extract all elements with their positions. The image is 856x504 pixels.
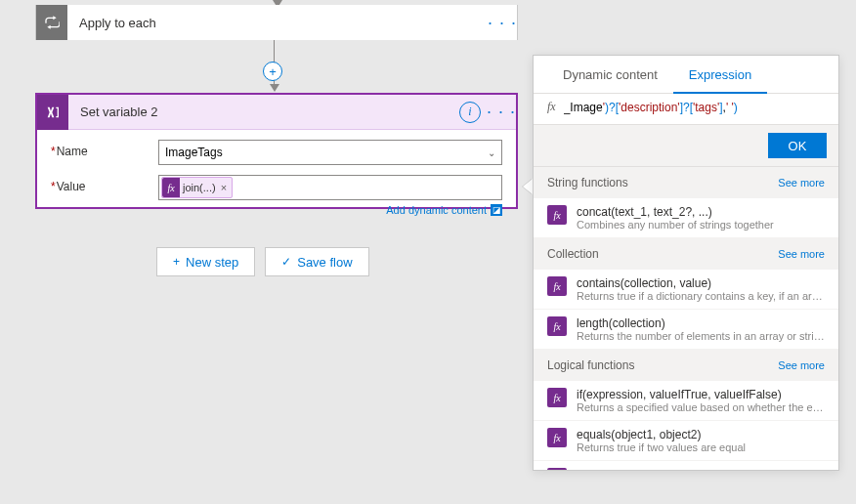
expression-token[interactable]: fx join(...) × (161, 177, 233, 198)
fx-icon: fx (547, 276, 567, 296)
group-title: Collection (547, 247, 599, 261)
function-list[interactable]: String functionsSee morefxconcat(text_1,… (534, 167, 838, 470)
footer-buttons: + New step ✓ Save flow (156, 247, 369, 276)
fx-icon: fx (547, 468, 567, 470)
connector-arrow-mid: + (268, 40, 280, 92)
function-description: Combines any number of strings together (577, 219, 825, 231)
fx-icon: fx (162, 178, 180, 197)
add-action-button[interactable]: + (263, 62, 282, 81)
field-label: *Value (51, 175, 158, 193)
plus-icon: + (173, 255, 180, 269)
check-icon: ✓ (281, 255, 291, 269)
function-group-header: String functionsSee more (534, 167, 838, 198)
function-description: Returns the number of elements in an arr… (577, 330, 825, 342)
fx-icon: fx (547, 205, 567, 225)
function-group-header: CollectionSee more (534, 238, 838, 270)
action-card-apply-to-each[interactable]: Apply to each · · · (35, 5, 518, 40)
remove-token-button[interactable]: × (219, 182, 232, 193)
see-more-link[interactable]: See more (778, 359, 825, 371)
function-item[interactable]: fxlength(collection)Returns the number o… (534, 310, 838, 350)
function-name: length(collection) (577, 316, 825, 330)
function-description: Returns true if a dictionary contains a … (577, 290, 825, 302)
panel-pointer (523, 179, 533, 194)
card-title: Set variable 2 (80, 105, 459, 119)
chevron-down-icon: ⌄ (488, 147, 495, 158)
tab-dynamic-content[interactable]: Dynamic content (547, 56, 673, 93)
function-name: equals(object1, object2) (577, 428, 825, 441)
card-header: Apply to each · · · (36, 5, 517, 40)
function-item[interactable]: fxand(expression1, expression2)Returns t… (534, 461, 838, 470)
ok-button[interactable]: OK (768, 133, 827, 158)
dynamic-badge-icon: ◪ (491, 204, 502, 216)
group-title: Logical functions (547, 358, 634, 372)
card-header: Set variable 2 i · · · (37, 95, 516, 130)
group-title: String functions (547, 176, 628, 189)
see-more-link[interactable]: See more (778, 248, 825, 260)
new-step-button[interactable]: + New step (156, 247, 255, 276)
dynamic-content-panel: Dynamic content Expression fx _Image')?[… (533, 55, 839, 471)
function-group-header: Logical functionsSee more (534, 350, 838, 381)
field-row-name: *Name ImageTags ⌄ (51, 140, 502, 165)
loop-icon (36, 5, 67, 40)
see-more-link[interactable]: See more (778, 177, 825, 189)
token-text: join(...) (180, 182, 219, 193)
action-card-set-variable[interactable]: Set variable 2 i · · · *Name ImageTags ⌄… (35, 93, 518, 209)
panel-tabs: Dynamic content Expression (534, 56, 838, 94)
function-description: Returns a specified value based on wheth… (577, 401, 825, 413)
field-label: *Name (51, 140, 158, 158)
expression-input-row: fx _Image')?['description']?['tags'],' '… (534, 94, 838, 125)
function-item[interactable]: fxif(expression, valueIfTrue, valueIfFal… (534, 381, 838, 421)
function-name: concat(text_1, text_2?, ...) (577, 205, 825, 219)
tab-expression[interactable]: Expression (673, 56, 767, 94)
ok-row: OK (534, 125, 838, 167)
function-item[interactable]: fxconcat(text_1, text_2?, ...)Combines a… (534, 198, 838, 238)
save-flow-button[interactable]: ✓ Save flow (265, 247, 368, 276)
add-dynamic-content-link[interactable]: Add dynamic content ◪ (51, 204, 502, 216)
expression-input[interactable]: _Image')?['description']?['tags'],' ') (564, 101, 825, 114)
name-value: ImageTags (165, 146, 223, 159)
function-item[interactable]: fxequals(object1, object2)Returns true i… (534, 421, 838, 461)
value-input[interactable]: fx join(...) × (158, 175, 502, 200)
function-name: if(expression, valueIfTrue, valueIfFalse… (577, 388, 825, 401)
card-menu-button[interactable]: · · · (487, 95, 516, 130)
function-description: Returns true if two values are equal (577, 441, 825, 453)
card-title: Apply to each (79, 16, 488, 30)
fx-icon: fx (547, 316, 567, 336)
info-icon[interactable]: i (459, 102, 481, 123)
function-name: and(expression1, expression2) (577, 468, 825, 470)
variable-icon (37, 95, 68, 130)
name-dropdown[interactable]: ImageTags ⌄ (158, 140, 502, 165)
fx-icon: fx (547, 428, 567, 447)
function-name: contains(collection, value) (577, 276, 825, 290)
fx-icon: fx (547, 100, 556, 114)
fx-icon: fx (547, 388, 567, 407)
card-body: *Name ImageTags ⌄ *Value fx join(...) × (37, 130, 516, 226)
card-menu-button[interactable]: · · · (488, 5, 517, 40)
designer-canvas: Apply to each · · · + Set variable 2 i ·… (0, 0, 856, 504)
function-item[interactable]: fxcontains(collection, value)Returns tru… (534, 270, 838, 310)
field-row-value: *Value fx join(...) × (51, 175, 502, 200)
